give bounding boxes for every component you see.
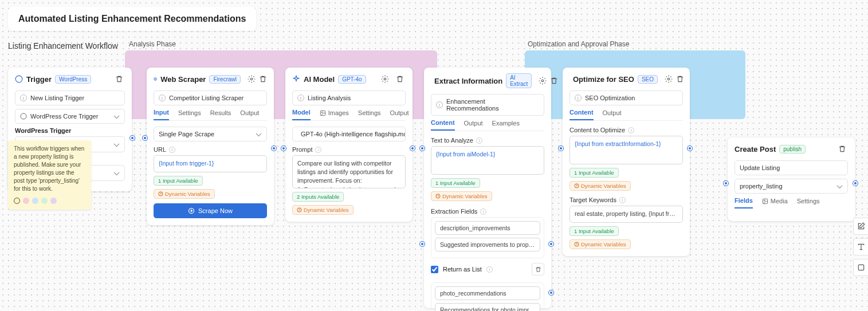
- scrape-now-button[interactable]: Scrape Now: [154, 203, 267, 218]
- analyze-label: Text to Analyzei: [431, 137, 544, 144]
- aimodel-name-input[interactable]: iListing Analysis: [292, 90, 406, 105]
- delete-icon[interactable]: [550, 75, 558, 86]
- tab-output[interactable]: Output: [390, 109, 409, 120]
- color-green[interactable]: [41, 198, 48, 204]
- edit-tool[interactable]: [853, 218, 868, 235]
- extract-tabs: Content Output Examples: [431, 119, 544, 131]
- pill-dynamic[interactable]: Dynamic Variables: [431, 191, 492, 201]
- port-in-aimodel[interactable]: [281, 146, 286, 151]
- pill-inputs-2[interactable]: 1 Input Available: [569, 226, 619, 236]
- card-extract[interactable]: Extract Information AI Extract iEnhancem…: [424, 68, 551, 308]
- gear-icon[interactable]: [248, 73, 256, 85]
- field-name-1[interactable]: description_improvements: [435, 221, 540, 235]
- pill-inputs-1[interactable]: 1 Input Available: [569, 168, 619, 178]
- port-out-extract-2[interactable]: [549, 290, 553, 295]
- pill-inputs[interactable]: 1 Input Available: [154, 176, 203, 186]
- model-select[interactable]: GPT-4o (High-intelligence flagship model…: [292, 127, 406, 141]
- post-type-select[interactable]: property_listing: [735, 179, 848, 194]
- tab-output[interactable]: Output: [603, 109, 622, 120]
- port-out-optimize[interactable]: [688, 146, 692, 151]
- extract-name-input[interactable]: iEnhancement Recommendations: [431, 94, 544, 116]
- box-tool[interactable]: [853, 259, 868, 276]
- trigger-type-select[interactable]: WordPress Core Trigger: [15, 109, 125, 124]
- tab-input[interactable]: Input: [154, 109, 169, 120]
- port-out-post[interactable]: [853, 181, 858, 186]
- tab-settings[interactable]: Settings: [797, 197, 820, 208]
- svg-point-3: [250, 78, 253, 80]
- delete-icon[interactable]: [394, 73, 406, 85]
- card-ai-model[interactable]: AI Model GPT-4o iListing Analysis Model …: [285, 68, 413, 222]
- delete-icon[interactable]: [836, 143, 848, 155]
- scrape-mode-select[interactable]: Single Page Scrape: [154, 127, 267, 141]
- post-name-input[interactable]: Update Listing: [735, 160, 848, 175]
- pill-dynamic[interactable]: Dynamic Variables: [154, 189, 215, 199]
- card-create-post[interactable]: Create Post publish Update Listing prope…: [728, 137, 855, 221]
- aimodel-tabs: Model Images Settings Output: [292, 109, 406, 121]
- tab-images[interactable]: Images: [320, 109, 349, 120]
- port-out-trigger[interactable]: [130, 136, 135, 140]
- content-textarea[interactable]: {Input from extractInformation-1}: [569, 136, 683, 164]
- pill-dynamic-1[interactable]: Dynamic Variables: [569, 181, 631, 191]
- port-in-post[interactable]: [724, 181, 728, 186]
- port-in-extract-2[interactable]: [420, 242, 425, 246]
- badge-aiextract: AI Extract: [506, 73, 532, 88]
- pill-dynamic-2[interactable]: Dynamic Variables: [569, 239, 631, 249]
- tab-settings[interactable]: Settings: [178, 109, 201, 120]
- keywords-input[interactable]: real estate, property listing, {Input fr…: [569, 206, 683, 223]
- color-purple[interactable]: [50, 198, 57, 204]
- field-name-2[interactable]: photo_recommendations: [435, 286, 540, 300]
- fields-label: Extraction Fieldsi: [431, 208, 544, 215]
- pill-inputs[interactable]: 2 Inputs Available: [292, 192, 344, 202]
- url-input[interactable]: {Input from trigger-1}: [154, 155, 267, 172]
- tab-output[interactable]: Output: [240, 109, 259, 120]
- page-title: Automated Listing Enhancement Recommenda…: [8, 7, 256, 31]
- port-out-scraper[interactable]: [272, 146, 276, 151]
- port-in-scraper[interactable]: [143, 136, 147, 140]
- gear-icon[interactable]: [665, 73, 673, 85]
- wordpress-icon: [15, 75, 23, 83]
- gear-icon[interactable]: [539, 75, 547, 86]
- port-out-aimodel[interactable]: [410, 146, 415, 151]
- delete-icon[interactable]: [113, 73, 125, 85]
- prompt-textarea[interactable]: Compare our listing with competitor list…: [292, 155, 406, 188]
- svg-point-0: [15, 76, 22, 82]
- tab-model[interactable]: Model: [292, 109, 311, 120]
- tab-results[interactable]: Results: [210, 109, 231, 120]
- port-out-extract-1[interactable]: [549, 242, 553, 246]
- gear-icon[interactable]: [379, 73, 391, 85]
- return-list-row-1: Return as List i: [431, 263, 544, 275]
- tab-output[interactable]: Output: [464, 119, 483, 131]
- phase-label-optimization: Optimization and Approval Phase: [528, 40, 629, 48]
- port-in-extract[interactable]: [420, 146, 425, 151]
- pill-inputs[interactable]: 1 Input Available: [431, 178, 480, 188]
- tab-content[interactable]: Content: [431, 119, 455, 131]
- sticky-note-text: This workflow triggers when a new proper…: [14, 145, 85, 193]
- delete-icon[interactable]: [259, 73, 267, 85]
- tab-examples[interactable]: Examples: [492, 119, 520, 131]
- port-in-optimize[interactable]: [559, 146, 563, 151]
- prompt-label: Prompti: [292, 146, 406, 153]
- analyze-textarea[interactable]: {Input from aiModel-1}: [431, 146, 544, 175]
- pill-dynamic[interactable]: Dynamic Variables: [292, 205, 354, 215]
- tab-fields[interactable]: Fields: [735, 197, 753, 208]
- text-tool[interactable]: [853, 238, 868, 255]
- optimize-name-input[interactable]: iSEO Optimization: [569, 90, 683, 105]
- tab-settings[interactable]: Settings: [358, 109, 381, 120]
- delete-icon[interactable]: [676, 73, 684, 85]
- sticky-colors[interactable]: [14, 198, 85, 204]
- tab-content[interactable]: Content: [569, 109, 594, 120]
- field-delete-1[interactable]: [532, 263, 544, 275]
- return-list-checkbox-1[interactable]: [431, 266, 438, 273]
- color-pink[interactable]: [23, 198, 29, 204]
- card-optimize[interactable]: Optimize for SEO SEO iSEO Optimization C…: [563, 68, 690, 256]
- scraper-name-input[interactable]: iCompetitor Listing Scraper: [154, 90, 267, 105]
- trigger-name-input[interactable]: iNew Listing Trigger: [15, 90, 125, 105]
- svg-point-6: [384, 78, 386, 80]
- card-web-scraper[interactable]: Web Scraper Firecrawl iCompetitor Listin…: [147, 68, 274, 225]
- sticky-note[interactable]: This workflow triggers when a new proper…: [8, 140, 91, 210]
- color-yellow[interactable]: [14, 198, 20, 204]
- color-blue[interactable]: [32, 198, 38, 204]
- tab-media[interactable]: Media: [762, 197, 788, 208]
- field-desc-1[interactable]: Suggested improvements to property descr…: [435, 238, 540, 251]
- field-desc-2[interactable]: Recommendations for photo improvements: [435, 303, 540, 311]
